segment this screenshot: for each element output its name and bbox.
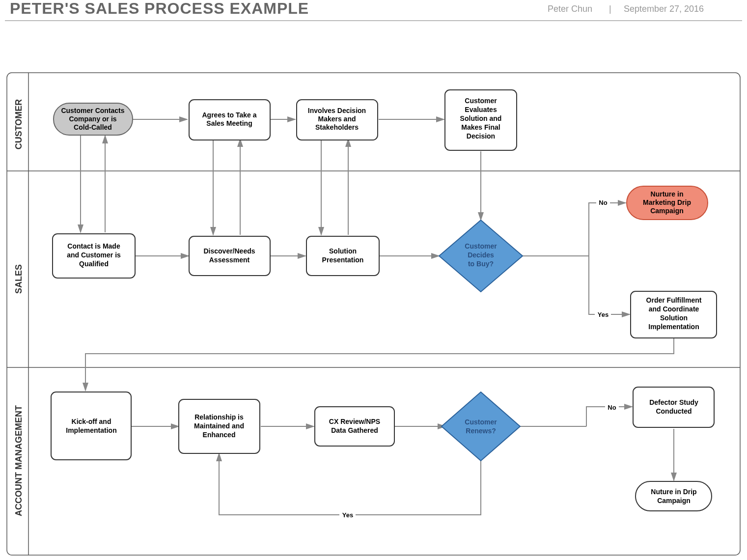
arrow [85, 338, 674, 391]
txt: to Buy? [468, 260, 494, 268]
node-start-l2: Company or is [69, 115, 116, 123]
date-label: September 27, 2016 [624, 4, 704, 14]
txt: Nurture in [651, 190, 684, 198]
diagram-canvas: PETER'S SALES PROCESS EXAMPLE Peter Chun… [0, 0, 747, 560]
txt: Maintained and [194, 422, 244, 430]
txt: Makes Final [461, 123, 500, 131]
lane-account-label: ACCOUNT MANAGEMENT [14, 405, 24, 516]
txt: Solution [660, 314, 688, 322]
arrow-yes2 [219, 453, 481, 515]
txt: Evaluates [465, 106, 497, 113]
txt: Presentation [322, 256, 364, 264]
txt: Agrees to Take a [202, 111, 256, 119]
txt: Sales Meeting [206, 119, 252, 127]
edge-no: No [599, 199, 607, 206]
meta-divider: | [609, 4, 611, 14]
lane-sales-label: SALES [14, 264, 24, 294]
txt: Enhanced [203, 431, 236, 439]
txt: and Customer is [67, 251, 121, 259]
txt: CX Review/NPS [329, 418, 380, 425]
edge-yes2: Yes [342, 511, 353, 519]
arrow-yes [589, 256, 630, 314]
txt: Involves Decision [308, 107, 366, 114]
txt: Customer [465, 97, 497, 105]
txt: Makers and [318, 115, 356, 123]
lane-customer-label: CUSTOMER [14, 99, 24, 150]
txt: Assessment [209, 256, 250, 264]
node-a-renew [442, 392, 520, 461]
txt: Order Fulfillment [646, 296, 702, 304]
txt: Decides [468, 251, 494, 259]
txt: Conducted [656, 407, 692, 415]
txt: and Coordinate [649, 305, 699, 313]
txt: Contact is Made [67, 242, 120, 250]
txt: Customer [465, 242, 497, 250]
node-a-nurt [636, 481, 712, 511]
txt: Campaign [650, 207, 684, 215]
txt: Customer [465, 418, 497, 426]
txt: Kick-off and [72, 418, 111, 425]
txt: Implementation [66, 426, 116, 434]
txt: Solution [329, 247, 357, 255]
node-start-l3: Cold-Called [74, 123, 112, 131]
page-title: PETER'S SALES PROCESS EXAMPLE [10, 0, 309, 17]
node-start-l1: Customer Contacts [61, 107, 124, 114]
txt: Decision [467, 132, 495, 140]
edge-no2: No [608, 404, 616, 411]
txt: Relationship is [194, 413, 244, 421]
txt: Marketing Drip [643, 198, 691, 206]
edge-yes: Yes [598, 311, 609, 318]
txt: Qualified [79, 260, 109, 268]
txt: Defector Study [649, 398, 698, 406]
author-label: Peter Chun [548, 4, 592, 14]
txt: Discover/Needs [203, 247, 255, 255]
txt: Campaign [657, 497, 691, 504]
arrow-no [589, 203, 626, 256]
txt: Data Gathered [331, 426, 378, 434]
txt: Implementation [648, 323, 699, 331]
node-a-kick [51, 392, 131, 460]
txt: Solution and [460, 114, 502, 122]
txt: Nuture in Drip [651, 488, 696, 496]
txt: Renews? [466, 427, 496, 435]
txt: Stakeholders [315, 123, 359, 131]
